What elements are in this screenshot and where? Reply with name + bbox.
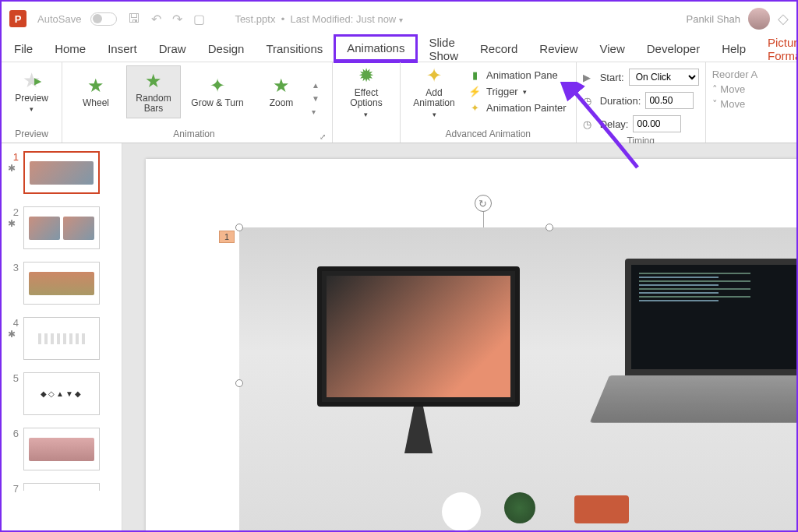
user-name[interactable]: Pankil Shah <box>687 13 740 25</box>
effect-options-button[interactable]: ✹ Effect Options▾ <box>339 65 394 118</box>
thumb-6[interactable]: 6 <box>8 428 115 470</box>
animation-indicator-icon: ✱ <box>8 329 19 340</box>
annotation-arrow-icon <box>560 82 653 175</box>
thumb-7[interactable]: 7 <box>8 483 115 495</box>
group-advanced-animation: ✦ Add Animation▾ ▮Animation Pane ⚡Trigge… <box>401 62 577 143</box>
lightning-icon: ⚡ <box>468 86 482 97</box>
diamond-icon[interactable]: ◇ <box>778 10 789 27</box>
star-icon: ★ <box>273 75 290 97</box>
animation-painter-button[interactable]: ✦Animation Painter <box>464 101 570 115</box>
tab-slideshow[interactable]: Slide Show <box>418 31 469 67</box>
gallery-expand-icon[interactable]: ▾ <box>312 107 326 116</box>
effect-options-icon: ✹ <box>358 65 374 86</box>
star-icon: ★ <box>145 70 162 92</box>
add-animation-button[interactable]: ✦ Add Animation▾ <box>407 65 461 118</box>
tab-developer[interactable]: Developer <box>636 37 711 60</box>
anim-random-bars[interactable]: ★ Random Bars <box>126 65 181 118</box>
chevron-down-icon[interactable]: ▼ <box>312 94 326 103</box>
resize-handle-icon[interactable] <box>546 224 553 231</box>
group-preview: ★▶ Preview▾ Preview <box>2 62 62 143</box>
ribbon-tabs: File Home Insert Draw Design Transitions… <box>2 36 796 62</box>
thumb-2[interactable]: 2✱ <box>8 206 115 249</box>
move-earlier-button: ˄ Move <box>712 83 758 95</box>
animation-pane-button[interactable]: ▮Animation Pane <box>464 69 570 82</box>
undo-icon[interactable]: ↶ <box>151 12 161 26</box>
user-avatar-icon[interactable] <box>748 8 770 30</box>
add-animation-icon: ✦ <box>426 65 442 86</box>
animation-indicator-icon: ✱ <box>8 218 19 229</box>
selected-image[interactable] <box>239 227 796 530</box>
chevron-up-icon: ˄ <box>712 83 718 95</box>
tab-picture-format[interactable]: Picture Format <box>757 31 798 67</box>
animation-indicator-icon: ✱ <box>8 163 19 174</box>
resize-handle-icon[interactable] <box>235 379 243 387</box>
gallery-scroll[interactable]: ▲ ▼ ▾ <box>312 81 326 116</box>
resize-handle-icon[interactable] <box>235 224 243 231</box>
group-animation: ★ Wheel ★ Random Bars ✦ Grow & Turn ★ Zo… <box>62 62 333 143</box>
anim-wheel[interactable]: ★ Wheel <box>69 65 123 118</box>
tab-help[interactable]: Help <box>711 37 757 60</box>
tab-view[interactable]: View <box>589 37 636 60</box>
rotation-handle-icon[interactable] <box>475 195 492 212</box>
present-icon[interactable]: ▢ <box>193 12 205 26</box>
autosave-toggle[interactable] <box>90 12 117 26</box>
tab-file[interactable]: File <box>3 37 44 60</box>
star-rotate-icon: ✦ <box>210 75 225 97</box>
tab-insert[interactable]: Insert <box>97 37 148 60</box>
animation-order-tag[interactable]: 1 <box>219 231 235 243</box>
tab-transitions[interactable]: Transitions <box>255 37 334 60</box>
tab-review[interactable]: Review <box>528 37 588 60</box>
tab-home[interactable]: Home <box>44 37 97 60</box>
chevron-up-icon[interactable]: ▲ <box>312 81 326 90</box>
redo-icon[interactable]: ↷ <box>172 12 182 26</box>
painter-icon: ✦ <box>468 102 482 114</box>
slide-canvas[interactable]: 1 <box>122 143 796 530</box>
star-icon: ★ <box>87 75 104 97</box>
image-content <box>239 227 796 530</box>
tab-animations[interactable]: Animations <box>334 34 418 63</box>
save-icon[interactable]: 🖫 <box>128 12 140 26</box>
thumb-3[interactable]: 3 <box>8 262 115 305</box>
slide: 1 <box>146 159 796 530</box>
trigger-button[interactable]: ⚡Trigger ▾ <box>464 85 570 98</box>
autosave-label: AutoSave <box>37 13 81 25</box>
preview-button[interactable]: ★▶ Preview▾ <box>5 65 59 118</box>
pane-icon: ▮ <box>468 69 482 81</box>
anim-zoom[interactable]: ★ Zoom <box>254 65 309 118</box>
slide-thumbnails: 1✱ 2✱ 3 4✱ 5 ◆◇▲▼◆ 6 7 <box>2 143 122 530</box>
anim-grow-turn[interactable]: ✦ Grow & Turn <box>184 65 251 118</box>
thumb-1[interactable]: 1✱ <box>8 151 115 194</box>
workspace: 1✱ 2✱ 3 4✱ 5 ◆◇▲▼◆ 6 7 <box>2 143 796 530</box>
title-bar: P AutoSave 🖫 ↶ ↷ ▢ Test.pptx • Last Modi… <box>2 2 796 36</box>
tab-draw[interactable]: Draw <box>148 37 197 60</box>
document-title: Test.pptx • Last Modified: Just now ▾ <box>235 13 680 25</box>
powerpoint-icon: P <box>9 10 26 27</box>
thumb-5[interactable]: 5 ◆◇▲▼◆ <box>8 372 115 415</box>
chevron-down-icon: ˅ <box>712 98 718 110</box>
thumb-4[interactable]: 4✱ <box>8 317 115 360</box>
group-effect-options: ✹ Effect Options▾ <box>333 62 401 143</box>
ribbon: ★▶ Preview▾ Preview ★ Wheel ★ Random Bar… <box>2 62 796 143</box>
animation-dialog-launcher-icon[interactable]: ⤢ <box>320 132 326 141</box>
reorder-title: Reorder A <box>712 69 758 80</box>
tab-design[interactable]: Design <box>197 37 256 60</box>
group-reorder: Reorder A ˄ Move ˅ Move <box>706 62 764 143</box>
move-later-button: ˅ Move <box>712 98 758 110</box>
tab-record[interactable]: Record <box>469 37 528 60</box>
